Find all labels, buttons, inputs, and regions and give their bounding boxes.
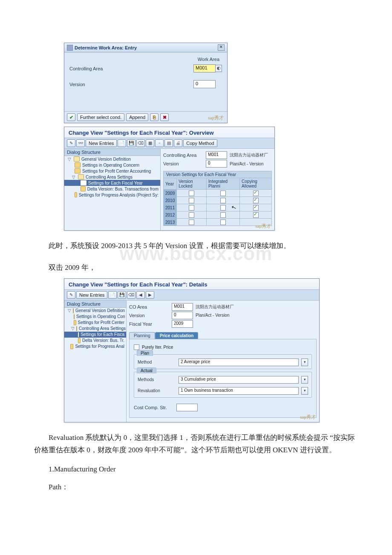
locked-checkbox[interactable] (189, 191, 194, 196)
tree-node-controlling-area[interactable]: ▽Controlling Area Settings (64, 326, 126, 332)
table-row[interactable]: 2009 (164, 190, 272, 197)
overview-title: Change View "Settings for Each Fiscal Ye… (64, 127, 274, 138)
tree-node-delta-version[interactable]: Delta Version: Bus. Tr. (64, 338, 126, 344)
actual-group: Actual Methods 3 Cumulative price ▾ Reva… (134, 372, 312, 398)
dropdown-icon[interactable]: ▾ (301, 358, 308, 366)
tree-node-operating-concern[interactable]: Settings in Operating Con (64, 314, 126, 320)
tree-node-general-version[interactable]: ▽General Version Definition (64, 308, 126, 314)
version-label: Version (69, 82, 146, 87)
search-help-icon[interactable]: ◐ (215, 65, 222, 72)
dropdown-icon[interactable]: ▾ (301, 387, 308, 395)
determine-work-area-dialog: Determine Work Area: Entry ✕ Work Area C… (64, 43, 228, 123)
folder-icon (75, 192, 77, 197)
co-area-label: CO Area (129, 304, 172, 309)
tree-node-controlling-area[interactable]: ▽Controlling Area Settings (64, 174, 160, 180)
copying-checkbox[interactable] (253, 191, 259, 196)
tree-node-profit-center[interactable]: Settings for Profit Center (64, 320, 126, 326)
cancel-button[interactable]: ✖ (160, 113, 169, 121)
purely-iter-price-label: Purely Iter. Price (142, 345, 173, 350)
cost-comp-str-label: Cost Comp. Str. (134, 405, 176, 410)
confirm-button[interactable]: ✔ (67, 113, 75, 121)
year-cell: 2009 (164, 190, 177, 197)
prev-icon[interactable]: ◀ (136, 291, 145, 299)
copy-icon[interactable]: 📄 (108, 291, 117, 299)
folder-icon (75, 168, 81, 173)
delete-icon[interactable]: ⌫ (136, 139, 145, 147)
integrated-checkbox[interactable] (220, 191, 226, 196)
table-section-header: Version Settings for Each Fiscal Year (163, 171, 272, 178)
version-value: 0 (172, 312, 193, 319)
integrated-checkbox[interactable] (220, 220, 226, 225)
tab-planning[interactable]: Planning (129, 332, 155, 339)
tree-node-profit-center[interactable]: Settings for Profit Center Accounting (64, 168, 160, 174)
year-cell: 2011 (164, 204, 177, 211)
col-year: Year (164, 178, 177, 190)
new-entries-button[interactable]: New Entries (76, 291, 107, 299)
table-row[interactable]: 2012 (164, 211, 272, 219)
version-value: 0 (206, 160, 227, 168)
locked-checkbox[interactable] (189, 205, 194, 211)
plan-method-value[interactable]: 2 Average price (179, 358, 299, 366)
position-icon[interactable]: ▤ (164, 139, 173, 147)
copy-method-button[interactable]: Copy Method (183, 139, 217, 147)
actual-methods-value[interactable]: 3 Cumulative price (179, 376, 299, 384)
details-toolbar: ✎ New Entries 📄 💾 ⌫ ◀ ▶ (64, 290, 319, 301)
new-entries-button[interactable]: New Entries (86, 139, 117, 147)
table-row[interactable]: 2011 ↖ (164, 204, 272, 211)
tree-node-general-version[interactable]: ▽General Version Definition (64, 156, 160, 162)
change-icon[interactable]: ✎ (67, 291, 75, 299)
locked-checkbox[interactable] (189, 212, 194, 218)
folder-icon (74, 314, 75, 319)
tree-node-progress-analysis[interactable]: Settings for Progress Anal (64, 344, 126, 350)
copying-checkbox[interactable] (253, 198, 259, 203)
controlling-area-value: M001 (206, 151, 227, 159)
work-area-label: Work Area (69, 57, 219, 62)
tree-node-fiscal-year[interactable]: Settings for Each Fisca (64, 332, 126, 338)
version-input[interactable]: 0 (193, 80, 216, 88)
table-row[interactable]: 2010 (164, 197, 272, 204)
controlling-area-text: 沈阳吉力运动器材厂 (230, 152, 268, 158)
copying-checkbox[interactable] (253, 212, 259, 218)
copying-checkbox[interactable] (253, 205, 259, 211)
integrated-checkbox[interactable] (220, 205, 226, 211)
fiscal-year-label: Fiscal Year (129, 321, 172, 327)
tab-price-calculation[interactable]: Price calculation (155, 332, 198, 339)
purely-iter-price-checkbox[interactable] (134, 344, 139, 350)
tree-node-fiscal-year[interactable]: Settings for Each Fiscal Year (64, 180, 160, 186)
locked-checkbox[interactable] (189, 198, 194, 203)
price-calculation-tab-body: Purely Iter. Price Plan Method 2 Average… (129, 339, 317, 418)
col-locked: Version Locked (177, 178, 207, 190)
append-button[interactable]: Append (126, 113, 148, 121)
print-icon[interactable]: 🖨 (174, 139, 182, 147)
controlling-area-input[interactable]: M001 (193, 64, 216, 72)
cost-comp-str-value[interactable] (176, 404, 198, 411)
variant-button[interactable]: ⎘ (150, 113, 159, 121)
integrated-checkbox[interactable] (220, 198, 226, 203)
next-icon[interactable]: ▶ (146, 291, 154, 299)
glasses-icon[interactable]: 👓 (76, 139, 85, 147)
close-icon[interactable]: ✕ (218, 44, 225, 51)
folder-icon (73, 308, 74, 313)
controlling-area-label: Controlling Area (163, 153, 206, 158)
deselect-icon[interactable]: ▫ (155, 139, 164, 147)
dialog-structure-tree: Dialog Structure ▽General Version Defini… (64, 149, 161, 230)
integrated-checkbox[interactable] (220, 212, 226, 218)
tree-node-operating-concern[interactable]: Settings in Operating Concern (64, 162, 160, 168)
further-select-button[interactable]: Further select cond. (77, 113, 124, 121)
revaluation-label: Revaluation (138, 388, 176, 393)
delete-icon[interactable]: ⌫ (127, 291, 135, 299)
save-icon[interactable]: 💾 (127, 139, 135, 147)
dropdown-icon[interactable]: ▾ (301, 376, 308, 384)
revaluation-value[interactable]: 1 Own business transaction (179, 387, 299, 395)
source-watermark: sap秀才 (255, 223, 271, 229)
tree-node-progress-analysis[interactable]: Settings for Progress Analysis (Project … (64, 192, 160, 198)
heading-manufacturing-order: 1.Manufacturing Order (34, 465, 358, 474)
tree-node-delta-version[interactable]: Delta Version: Bus. Transactions from (64, 186, 160, 192)
copy-icon[interactable]: 📄 (118, 139, 126, 147)
overview-toolbar: ✎ 👓 New Entries 📄 💾 ⌫ ▦ ▫ ▤ 🖨 Copy Metho… (64, 138, 274, 149)
select-all-icon[interactable]: ▦ (146, 139, 154, 147)
save-icon[interactable]: 💾 (118, 291, 126, 299)
locked-checkbox[interactable] (189, 220, 194, 225)
change-icon[interactable]: ✎ (67, 139, 75, 147)
co-area-text: 沈阳吉力运动器材厂 (196, 304, 234, 310)
